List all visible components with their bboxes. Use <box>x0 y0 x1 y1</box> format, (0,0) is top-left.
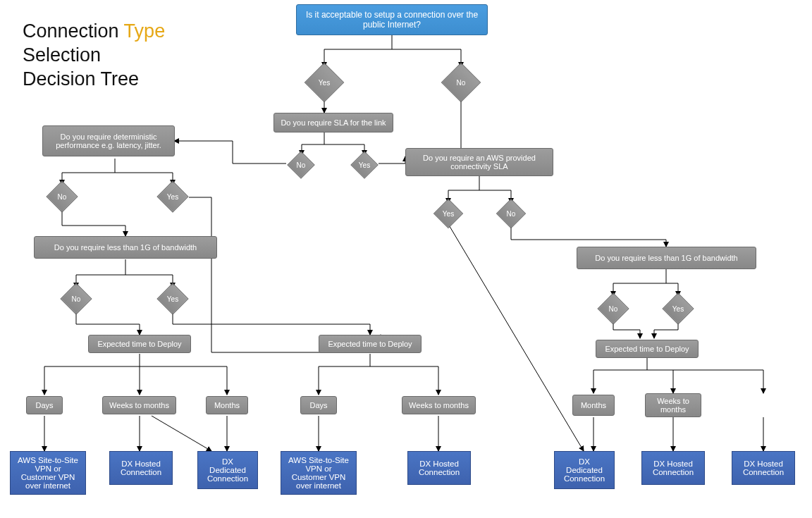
yes-label: Yes <box>161 185 184 208</box>
deploy-mid-question: Expected time to Deploy <box>319 335 422 353</box>
title-line2: Selection <box>23 44 101 66</box>
bw-left-no-diamond: No <box>65 288 87 310</box>
time-days-2: Days <box>300 396 337 414</box>
bandwidth-left-question: Do you require less than 1G of bandwidth <box>34 236 217 259</box>
perf-question: Do you require deterministic performance… <box>42 125 175 156</box>
aws-sla-question: Do you require an AWS provided connectiv… <box>405 148 553 176</box>
root-question: Is it acceptable to setup a connection o… <box>296 4 488 35</box>
time-months-2: Months <box>572 395 615 416</box>
time-weeks-1: Weeks to months <box>102 396 176 414</box>
no-label: No <box>602 297 625 320</box>
time-months-1: Months <box>206 396 248 414</box>
aws-sla-yes-diamond: Yes <box>438 203 459 224</box>
yes-label: Yes <box>438 203 459 224</box>
result-vpn-1: AWS Site-to-Site VPN or Customer VPN ove… <box>10 451 86 495</box>
time-weeks-3: Weeks to months <box>645 393 701 417</box>
svg-line-5 <box>448 224 584 451</box>
result-hosted-2: DX Hosted Connection <box>407 451 471 485</box>
no-label: No <box>500 203 522 224</box>
result-hosted-3: DX Hosted Connection <box>641 451 705 485</box>
result-dedicated-1: DX Dedicated Connection <box>197 451 258 489</box>
result-vpn-2: AWS Site-to-Site VPN or Customer VPN ove… <box>281 451 357 495</box>
title-line3: Decision Tree <box>23 68 139 90</box>
perf-yes-diamond: Yes <box>161 185 184 208</box>
bw-right-no-diamond: No <box>602 297 625 320</box>
title-line1a: Connection <box>23 20 124 42</box>
result-dedicated-2: DX Dedicated Connection <box>554 451 615 489</box>
root-yes-diamond: Yes <box>310 68 338 97</box>
diagram-title: Connection Type Selection Decision Tree <box>23 20 165 91</box>
aws-sla-no-diamond: No <box>500 203 522 224</box>
title-accent: Type <box>124 20 166 42</box>
sla-question: Do you require SLA for the link <box>273 113 393 132</box>
yes-label: Yes <box>667 297 689 320</box>
no-label: No <box>291 155 311 175</box>
bw-left-yes-diamond: Yes <box>161 288 184 310</box>
sla-yes-diamond: Yes <box>355 155 374 175</box>
time-days-1: Days <box>26 396 63 414</box>
perf-no-diamond: No <box>51 185 73 208</box>
bw-right-yes-diamond: Yes <box>667 297 689 320</box>
yes-label: Yes <box>310 68 338 97</box>
sla-no-diamond: No <box>291 155 311 175</box>
root-no-diamond: No <box>447 68 475 97</box>
deploy-left-question: Expected time to Deploy <box>88 335 191 353</box>
svg-line-11 <box>152 416 211 451</box>
bandwidth-right-question: Do you require less than 1G of bandwidth <box>577 247 756 269</box>
result-hosted-1: DX Hosted Connection <box>109 451 173 485</box>
no-label: No <box>51 185 73 208</box>
time-weeks-2: Weeks to months <box>402 396 476 414</box>
no-label: No <box>65 288 87 310</box>
deploy-right-question: Expected time to Deploy <box>596 340 699 358</box>
no-label: No <box>447 68 475 97</box>
yes-label: Yes <box>355 155 374 175</box>
result-hosted-4: DX Hosted Connection <box>732 451 795 485</box>
yes-label: Yes <box>161 288 184 310</box>
